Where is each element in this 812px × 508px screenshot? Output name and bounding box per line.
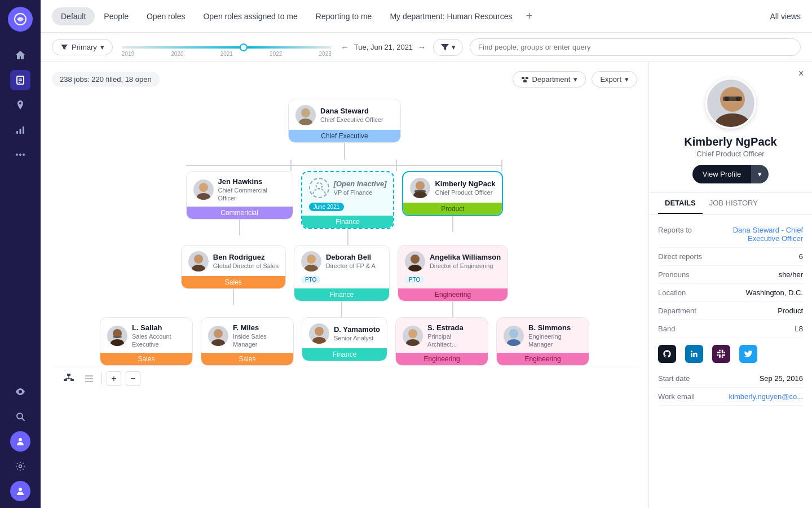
svg-point-21 xyxy=(299,119,312,125)
svg-point-20 xyxy=(301,108,310,117)
sidebar-item-settings[interactable] xyxy=(10,456,30,476)
kim-wrapper: Kimberly NgPack Chief Product Officer Pr… xyxy=(402,171,503,232)
view-profile-button[interactable]: View Profile ▾ xyxy=(692,165,769,183)
location-row: Location Washington, D.C. xyxy=(658,284,803,302)
hline-mid-right xyxy=(397,165,501,166)
main-content: Default People Open roles Open roles ass… xyxy=(41,0,812,508)
year-2022: 2022 xyxy=(270,51,282,57)
sidebar-item-home[interactable] xyxy=(10,45,30,65)
hline-mid-left xyxy=(292,165,396,166)
sidebar-item-search[interactable] xyxy=(10,406,30,427)
node-miles[interactable]: F. Miles Inside Sales Manager Sales xyxy=(201,317,294,366)
date-prev[interactable]: ← xyxy=(341,42,350,52)
all-views-link[interactable]: All views xyxy=(770,12,801,21)
line-open-down xyxy=(347,229,348,245)
timeline-container[interactable]: 2019 2020 2021 2022 2023 xyxy=(120,46,334,49)
dept-miles: Sales xyxy=(201,353,293,365)
search-input[interactable] xyxy=(470,38,801,56)
svg-point-32 xyxy=(411,255,420,264)
slack-icon[interactable] xyxy=(712,345,730,363)
svg-point-23 xyxy=(197,193,210,200)
svg-point-43 xyxy=(509,329,518,338)
node-ang[interactable]: Angelika Williamson Director of Engineer… xyxy=(398,245,508,301)
sidebar-item-analytics[interactable] xyxy=(10,120,30,140)
open-role-icon xyxy=(310,179,328,197)
zoom-out-button[interactable]: − xyxy=(126,371,140,386)
sidebar-item-location[interactable] xyxy=(10,95,30,115)
sidebar-profile-avatar[interactable] xyxy=(10,481,30,501)
name-jen: Jen Hawkins xyxy=(218,177,286,186)
linkedin-icon[interactable] xyxy=(685,345,703,363)
export-label: Export xyxy=(600,75,621,84)
tab-job-history[interactable]: JOB HISTORY xyxy=(703,193,765,214)
add-view-button[interactable]: + xyxy=(521,8,537,24)
miles-wrapper: F. Miles Inside Sales Manager Sales xyxy=(201,317,294,366)
twitter-icon[interactable] xyxy=(739,345,757,363)
svg-line-12 xyxy=(22,418,24,421)
export-button[interactable]: Export ▾ xyxy=(592,71,637,87)
node-ben[interactable]: Ben Rodriguez Global Director of Sales S… xyxy=(181,245,286,289)
pronouns-value: she/her xyxy=(779,270,803,279)
work-email-value[interactable]: kimberly.nguyen@co... xyxy=(729,392,803,401)
svg-point-39 xyxy=(315,327,324,336)
sidebar-item-usergroup[interactable] xyxy=(10,431,30,452)
simmons-wrapper: B. Simmons Engineering Manager Engineeri… xyxy=(496,317,589,366)
name-kim: Kimberly NgPack xyxy=(435,179,495,189)
filter-button[interactable]: ▾ xyxy=(433,39,463,56)
node-yama[interactable]: D. Yamamoto Senior Analyst Finance xyxy=(302,317,387,361)
tab-open-roles-assigned[interactable]: Open roles assigned to me xyxy=(194,7,306,25)
zoom-in-button[interactable]: + xyxy=(107,371,121,386)
sidebar-item-eye[interactable] xyxy=(10,382,30,402)
funnel-icon xyxy=(440,43,449,52)
tab-people[interactable]: People xyxy=(95,7,138,25)
line-kim-down xyxy=(452,216,453,232)
date-next[interactable]: → xyxy=(417,42,426,52)
reports-to-value[interactable]: Dana Steward - Chief Executive Officer xyxy=(713,226,803,243)
tree-view-icon[interactable] xyxy=(61,371,77,387)
open-badge: June 2021 xyxy=(309,203,345,211)
org-header: 238 jobs: 220 filled, 18 open Department… xyxy=(52,71,637,87)
svg-point-22 xyxy=(199,183,208,192)
export-chevron: ▾ xyxy=(625,75,629,84)
node-open-role[interactable]: [Open Inactive] VP of Finance June 2021 … xyxy=(301,171,395,229)
department-button[interactable]: Department ▾ xyxy=(513,71,586,87)
panel-body: Reports to Dana Steward - Chief Executiv… xyxy=(649,214,812,508)
timeline-track[interactable] xyxy=(122,46,332,49)
tab-reporting-to-me[interactable]: Reporting to me xyxy=(307,7,381,25)
year-2020: 2020 xyxy=(171,51,183,57)
github-icon[interactable] xyxy=(658,345,676,363)
svg-rect-45 xyxy=(67,374,70,376)
svg-rect-6 xyxy=(20,129,21,134)
sidebar-item-more[interactable] xyxy=(10,144,30,165)
dept-open: Finance xyxy=(302,216,394,228)
reports-to-label: Reports to xyxy=(658,226,692,234)
level2-row: Jen Hawkins Chief Commercial Officer Com… xyxy=(186,160,504,245)
tab-open-roles[interactable]: Open roles xyxy=(138,7,194,25)
node-simmons[interactable]: B. Simmons Engineering Manager Engineeri… xyxy=(496,317,589,366)
node-kim[interactable]: Kimberly NgPack Chief Product Officer Pr… xyxy=(402,171,503,216)
node-estrada[interactable]: S. Estrada Principal Architect... Engine… xyxy=(395,317,488,366)
svg-point-41 xyxy=(408,329,417,338)
node-sallah[interactable]: L. Sallah Sales Account Executive Sales xyxy=(100,317,193,366)
sidebar-logo[interactable] xyxy=(8,7,33,32)
tab-default[interactable]: Default xyxy=(52,7,95,25)
sidebar-item-document[interactable] xyxy=(10,70,30,90)
location-label: Location xyxy=(658,288,686,297)
view-profile-chevron[interactable]: ▾ xyxy=(751,165,769,183)
deb-wrapper: Deborah Bell Director of FP & A PTO Fina… xyxy=(294,245,390,317)
pronouns-row: Pronouns she/her xyxy=(658,266,803,284)
title-dana: Chief Executive Officer xyxy=(320,116,383,124)
level2-nodes: Jen Hawkins Chief Commercial Officer Com… xyxy=(186,171,504,245)
timeline-thumb[interactable] xyxy=(240,43,248,51)
tab-my-department[interactable]: My department: Human Resources xyxy=(381,7,521,25)
svg-point-10 xyxy=(23,154,25,156)
col-jen: Jen Hawkins Chief Commercial Officer Com… xyxy=(186,160,504,245)
tab-details[interactable]: DETAILS xyxy=(658,193,703,214)
svg-point-33 xyxy=(408,265,422,271)
list-view-icon[interactable] xyxy=(81,371,97,387)
primary-button[interactable]: Primary ▾ xyxy=(52,39,113,55)
panel-close-button[interactable]: × xyxy=(798,68,804,80)
node-deb[interactable]: Deborah Bell Director of FP & A PTO Fina… xyxy=(294,245,390,301)
node-jen[interactable]: Jen Hawkins Chief Commercial Officer Com… xyxy=(186,171,293,220)
node-dana-steward[interactable]: Dana Steward Chief Executive Officer Chi… xyxy=(288,99,401,143)
